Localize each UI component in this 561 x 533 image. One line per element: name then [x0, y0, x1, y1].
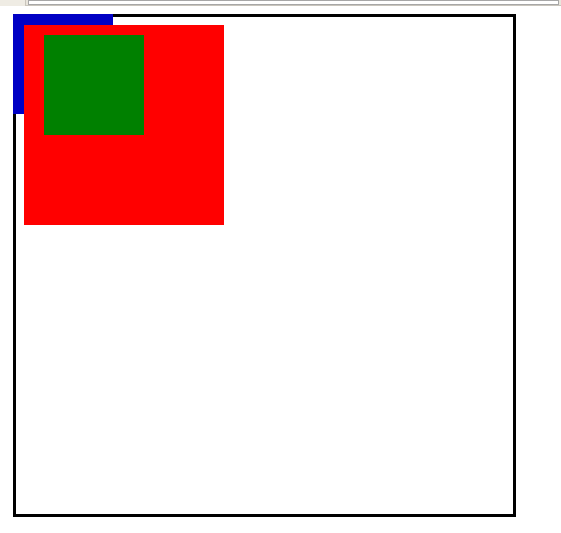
- green-square: [44, 35, 144, 135]
- address-bar[interactable]: [28, 0, 559, 5]
- content-area: [0, 6, 561, 533]
